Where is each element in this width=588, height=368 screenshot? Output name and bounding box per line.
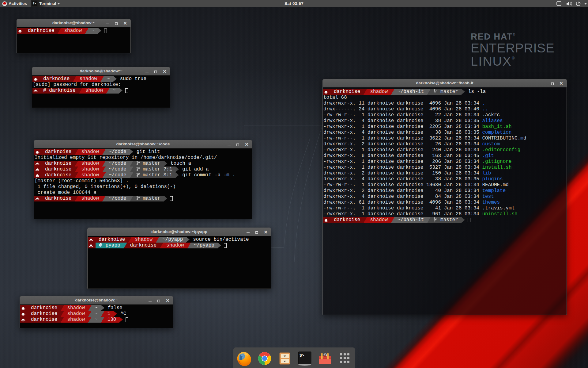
svg-text:$>: $> (300, 353, 304, 358)
